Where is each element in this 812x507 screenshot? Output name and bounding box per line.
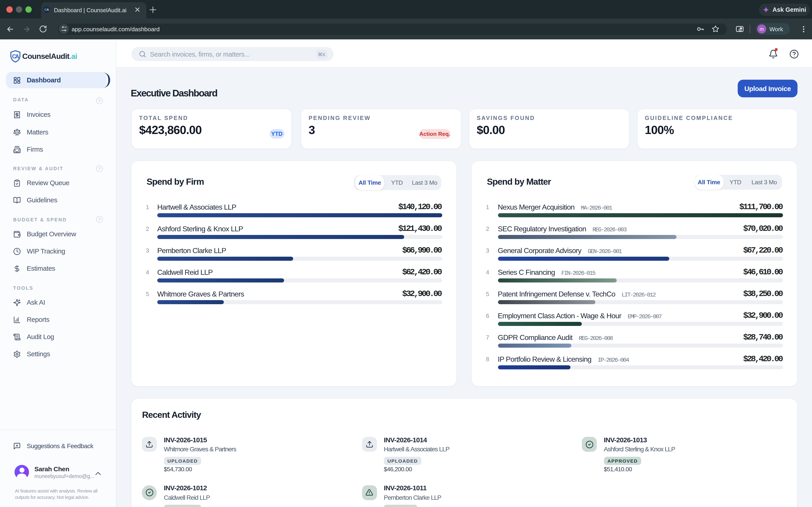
svg-text:A: A [47,8,49,11]
svg-text:C: C [44,8,47,11]
svg-text:A: A [15,53,19,60]
